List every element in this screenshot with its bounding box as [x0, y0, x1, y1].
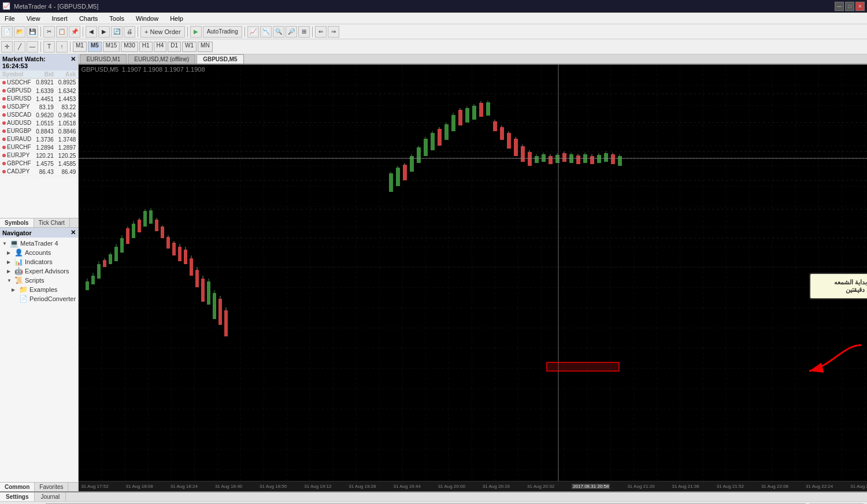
nav-tab-common[interactable]: Common: [0, 483, 35, 491]
chart-down[interactable]: 📉: [260, 26, 272, 38]
scroll-right[interactable]: ⇒: [328, 26, 339, 38]
print-btn[interactable]: 🖨: [124, 26, 135, 38]
arrow-btn[interactable]: ↑: [56, 41, 68, 53]
menu-charts[interactable]: Charts: [77, 13, 100, 24]
autotrading-btn[interactable]: AutoTrading: [203, 26, 242, 38]
menu-view[interactable]: View: [24, 13, 43, 24]
close-btn[interactable]: ✕: [855, 2, 865, 11]
refresh-btn[interactable]: 🔄: [111, 26, 123, 38]
symbol-cell: EURJPY: [0, 151, 34, 160]
tab-tick-chart[interactable]: Tick Chart: [34, 218, 70, 227]
expand-icon: ▼: [7, 278, 13, 283]
chart-tab-eurusd-m2[interactable]: EURUSD,M2 (offline): [128, 54, 195, 64]
candle-1: [86, 281, 89, 290]
tab-symbols[interactable]: Symbols: [0, 218, 34, 227]
candle-dc2: [500, 127, 504, 140]
navigator-tree[interactable]: ▼ 💻 MetaTrader 4 ▶ 👤 Accounts ▶ 📊 Indica…: [0, 238, 78, 482]
paste-btn[interactable]: 📌: [69, 26, 80, 38]
new-order-btn[interactable]: + New Order: [140, 26, 185, 38]
scroll-left[interactable]: ⇐: [315, 26, 327, 38]
tree-item-examples[interactable]: ▶ 📁 Examples: [9, 285, 78, 294]
chart-type[interactable]: ⊞: [298, 26, 310, 38]
tree-item-expert-advisors[interactable]: ▶ 🤖 Expert Advisors: [5, 266, 78, 276]
tree-label-accounts: Accounts: [25, 249, 51, 256]
chart-price-info: 1.1907 1.1908 1.1907 1.1908: [122, 66, 205, 73]
menu-file[interactable]: File: [2, 13, 17, 24]
market-watch-row[interactable]: GBPUSD 1.6339 1.6342: [0, 87, 78, 95]
tree-item-indicators[interactable]: ▶ 📊 Indicators: [5, 257, 78, 266]
maximize-btn[interactable]: □: [845, 2, 854, 11]
period-d1[interactable]: D1: [168, 42, 181, 52]
zoom-in[interactable]: 🔍: [273, 26, 284, 38]
market-watch-row[interactable]: USDCHF 0.8921 0.8925: [0, 79, 78, 87]
period-m15[interactable]: M15: [103, 42, 120, 52]
market-watch-row[interactable]: EURGBP 0.8843 0.8846: [0, 127, 78, 135]
time-label-4: 31 Aug 18:40: [215, 484, 242, 489]
menu-insert[interactable]: Insert: [49, 13, 70, 24]
settings-tab[interactable]: Settings: [0, 492, 35, 501]
tree-label-period-converter: PeriodConverter: [29, 295, 76, 302]
period-w1[interactable]: W1: [182, 42, 197, 52]
col-bid: Bid: [34, 71, 56, 79]
open-btn[interactable]: 📂: [14, 26, 25, 38]
tree-item-accounts[interactable]: ▶ 👤 Accounts: [5, 248, 78, 257]
bid-cell: 0.8843: [34, 127, 56, 135]
tree-item-period-converter[interactable]: ▶ 📄 PeriodConverter: [9, 294, 78, 303]
chart-tab-eurusd-m1[interactable]: EURUSD,M1: [80, 54, 127, 64]
sep2: [83, 27, 83, 37]
nav-tab-favorites[interactable]: Favorites: [35, 483, 68, 491]
market-watch-row[interactable]: EURAUD 1.3736 1.3748: [0, 135, 78, 143]
market-watch-row[interactable]: CADJPY 86.43 86.49: [0, 168, 78, 176]
cut-btn[interactable]: ✂: [43, 26, 55, 38]
candle-19: [190, 258, 193, 276]
period-m5[interactable]: M5: [88, 42, 102, 52]
expand-icon: ▶: [7, 250, 13, 255]
market-watch-close-icon[interactable]: ✕: [71, 55, 76, 69]
candle-rr3: [403, 165, 407, 180]
text-btn[interactable]: T: [43, 41, 55, 53]
new-order-icon: +: [144, 28, 148, 35]
period-h4[interactable]: H4: [154, 42, 167, 52]
chart-up[interactable]: 📈: [247, 26, 259, 38]
titlebar-left: 📈 MetaTrader 4 - [GBPUSD,M5]: [2, 2, 98, 10]
journal-tab[interactable]: Journal: [35, 492, 66, 501]
new-btn[interactable]: 📄: [1, 26, 13, 38]
market-watch-row[interactable]: USDCAD 0.9620 0.9624: [0, 111, 78, 119]
navigator-close-icon[interactable]: ✕: [71, 229, 76, 236]
market-watch-row[interactable]: USDJPY 83.19 83.22: [0, 103, 78, 111]
candle-11: [143, 211, 147, 227]
candle-pk4: [472, 106, 476, 120]
market-watch-row[interactable]: EURJPY 120.21 120.25: [0, 151, 78, 160]
period-m30[interactable]: M30: [121, 42, 138, 52]
hline-btn[interactable]: —: [27, 41, 38, 53]
market-watch-row[interactable]: GBPCHF 1.4575 1.4585: [0, 160, 78, 168]
crosshair-btn[interactable]: ✛: [1, 41, 13, 53]
line-btn[interactable]: ╱: [14, 41, 25, 53]
period-h1[interactable]: H1: [139, 42, 153, 52]
ask-cell: 0.8846: [56, 127, 79, 135]
ask-cell: 1.0518: [56, 119, 79, 127]
market-watch-row[interactable]: EURCHF 1.2894 1.2897: [0, 143, 78, 151]
tree-item-scripts[interactable]: ▼ 📜 Scripts: [5, 276, 78, 285]
symbol-cell: GBPCHF: [0, 160, 34, 168]
candle-8: [126, 228, 129, 244]
ask-cell: 1.4453: [56, 95, 79, 103]
chart-area: EURUSD,M1 EURUSD,M2 (offline) GBPUSD,M5 …: [79, 54, 867, 491]
period-mn[interactable]: MN: [198, 42, 213, 52]
menu-tools[interactable]: Tools: [107, 13, 127, 24]
fwd-btn[interactable]: ▶: [98, 26, 110, 38]
back-btn[interactable]: ◀: [86, 26, 97, 38]
minimize-btn[interactable]: —: [835, 2, 844, 11]
save-btn[interactable]: 💾: [27, 26, 38, 38]
menu-help[interactable]: Help: [168, 13, 186, 24]
chart-tab-gbpusd-m5[interactable]: GBPUSD,M5: [197, 54, 243, 64]
market-watch-row[interactable]: EURUSD 1.4451 1.4453: [0, 95, 78, 103]
candle-dc4: [514, 139, 518, 156]
zoom-out[interactable]: 🔎: [286, 26, 297, 38]
menu-window[interactable]: Window: [134, 13, 161, 24]
sep3: [138, 27, 138, 37]
period-m1[interactable]: M1: [73, 42, 87, 52]
market-watch-row[interactable]: AUDUSD 1.0515 1.0518: [0, 119, 78, 127]
tree-item-metatrader4[interactable]: ▼ 💻 MetaTrader 4: [0, 239, 78, 248]
copy-btn[interactable]: 📋: [56, 26, 68, 38]
